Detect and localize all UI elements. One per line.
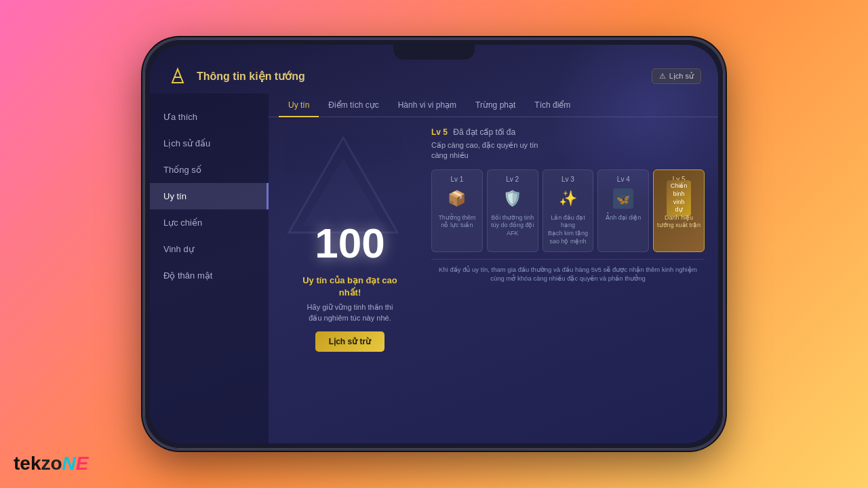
level-card-4-label: Lv 4 (617, 176, 630, 183)
tab-diem-tich-cuc[interactable]: Điểm tích cực (319, 94, 388, 117)
history-btn-main[interactable]: Lịch sử trừ (315, 331, 384, 352)
level-desc: Cấp càng cao, đặc quyền uy tíncàng nhiều (431, 140, 705, 161)
level-card-4-icon: 🦋 (611, 186, 635, 211)
level-card-2: Lv 2 🛡️ Bồi thường tinhtúy do đồng độiAF… (487, 169, 538, 252)
tab-tich-diem[interactable]: Tích điểm (525, 94, 580, 117)
level-card-1: Lv 1 📦 Thưởng thêmnỗ lực tuần (431, 169, 483, 252)
sidebar-item-thong-so[interactable]: Thống số (150, 157, 269, 183)
level-card-3: Lv 3 ✨ Lần đầu đạt hạngBạch kim tặngsao … (542, 169, 594, 252)
level-cards: Lv 1 📦 Thưởng thêmnỗ lực tuần Lv 2 (431, 169, 705, 252)
left-content: 100 Uy tín của bạn đạt caonhất! Hãy giữ … (275, 124, 425, 436)
tekzone-logo: tekzoNE (14, 453, 89, 474)
level-info: Lv 5 Đã đạt cấp tối đa (431, 127, 705, 137)
zo-text: zo (41, 453, 62, 474)
level-card-5-icon: Chiến binhvinh dự (667, 186, 691, 211)
tab-uy-tin[interactable]: Uy tín (279, 94, 319, 117)
tab-hanh-vi[interactable]: Hành vi vi phạm (389, 94, 466, 117)
e-text: E (76, 453, 89, 474)
phone-button-right (724, 161, 726, 216)
level-card-3-desc: Lần đầu đạt hạngBạch kim tặngsao hộ mệnh (546, 214, 591, 246)
history-label: Lịch sử (669, 72, 694, 81)
phone-wrapper: Thông tin kiện tướng ⚠ Lịch sử Ưa thích … (129, 27, 739, 461)
level-max-text: Đã đạt cấp tối đa (453, 127, 515, 137)
level-card-1-label: Lv 1 (450, 176, 463, 183)
phone-notch (393, 45, 475, 60)
level-card-3-label: Lv 3 (561, 176, 574, 183)
tab-trung-phat[interactable]: Trừng phạt (466, 94, 525, 117)
level-card-4-desc: Ảnh đại diện (606, 214, 641, 222)
sidebar-item-lich-su-dau[interactable]: Lịch sử đấu (150, 130, 269, 157)
sidebar-item-luc-chien[interactable]: Lực chiến (150, 209, 269, 236)
score-subcaption: Hãy giữ vững tinh thần thiđấu nghiêm túc… (307, 302, 393, 323)
level-card-2-desc: Bồi thường tinhtúy do đồng độiAFK (491, 214, 534, 238)
score-value: 100 (315, 222, 384, 264)
level-card-5-desc: Danh hiệutướng xuất trận (657, 214, 701, 230)
warning-icon: ⚠ (659, 72, 666, 81)
level-card-2-icon: 🛡️ (500, 186, 525, 211)
main-content: Ưa thích Lịch sử đấu Thống số Uy tín Lực… (150, 94, 718, 443)
phone-button-left (142, 175, 144, 216)
score-caption: Uy tín của bạn đạt caonhất! (302, 274, 397, 299)
level-card-4: Lv 4 🦋 Ảnh đại diện (597, 169, 649, 252)
content-area: 100 Uy tín của bạn đạt caonhất! Hãy giữ … (269, 117, 718, 443)
sidebar-item-do-than-mat[interactable]: Độ thân mật (150, 262, 269, 289)
level-card-5: Lv 5 Chiến binhvinh dự Danh hiệutướng xu… (653, 169, 705, 252)
tek-text: tek (14, 453, 41, 474)
game-logo-icon (167, 65, 189, 87)
level-card-2-label: Lv 2 (506, 176, 519, 183)
svg-text:🦋: 🦋 (616, 193, 630, 206)
sidebar: Ưa thích Lịch sử đấu Thống số Uy tín Lực… (150, 94, 269, 443)
phone-screen: Thông tin kiện tướng ⚠ Lịch sử Ưa thích … (150, 45, 718, 443)
sidebar-item-vinh-du[interactable]: Vinh dự (150, 236, 269, 262)
level-card-1-desc: Thưởng thêmnỗ lực tuần (438, 214, 475, 230)
level-badge: Lv 5 Đã đạt cấp tối đa (431, 127, 515, 137)
sidebar-item-uy-tin[interactable]: Uy tín (150, 183, 269, 209)
level-card-1-icon: 📦 (445, 186, 469, 211)
header-title: Thông tin kiện tướng (197, 70, 652, 83)
history-button[interactable]: ⚠ Lịch sử (652, 68, 701, 84)
n-text: N (62, 453, 76, 474)
right-panel: Uy tín Điểm tích cực Hành vi vi phạm Trừ… (269, 94, 718, 443)
level-card-3-icon: ✨ (555, 186, 580, 211)
tabs: Uy tín Điểm tích cực Hành vi vi phạm Trừ… (269, 94, 718, 117)
sidebar-item-ua-thich[interactable]: Ưa thích (150, 104, 269, 130)
phone-frame: Thông tin kiện tướng ⚠ Lịch sử Ưa thích … (142, 37, 726, 451)
bottom-note: Khi đầy đủ uy tín, tham gia đấu thường v… (431, 259, 705, 283)
right-content: Lv 5 Đã đạt cấp tối đa Cấp càng cao, đặc… (425, 124, 711, 436)
